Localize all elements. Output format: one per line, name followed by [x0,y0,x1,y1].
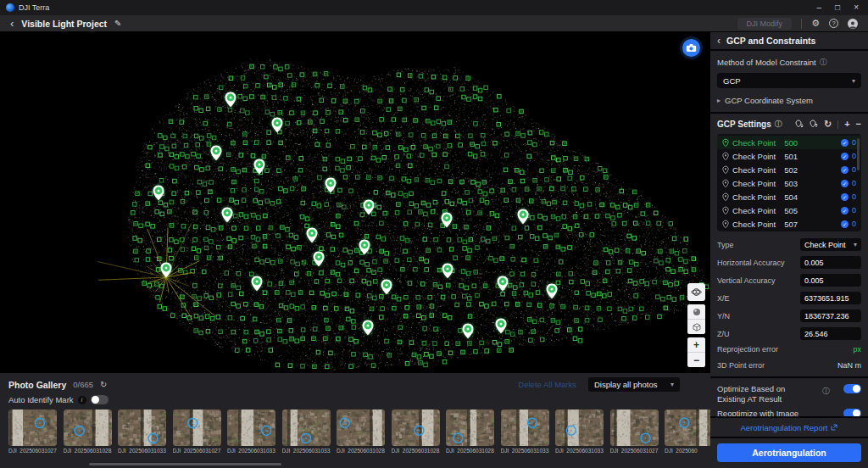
gcp-pin-marker[interactable] [546,283,558,299]
screenshot-camera-button[interactable] [682,39,700,57]
gcp-coordinate-system-expander[interactable]: ▸ GCP Coordinate System [717,96,861,105]
gcp-pin-marker[interactable] [253,159,265,175]
xe-label: X/E [717,294,730,303]
photo-thumbnail[interactable]: DJI_202506031033... [282,410,331,454]
minimize-button[interactable]: – [817,0,822,15]
method-select[interactable]: GCP ▾ [717,73,861,88]
remove-gcp-button[interactable]: − [856,120,861,129]
photo-filename: DJI_2025060 [665,448,710,454]
info-icon[interactable]: ⓘ [822,386,830,397]
user-avatar[interactable] [848,19,858,29]
photo-thumbnail[interactable]: DJI_202506031028... [446,410,494,454]
photo-filename: DJI_202506031033... [282,448,331,454]
photo-thumbnail[interactable]: DJI_202506031027... [173,410,221,454]
gcp-row-id: 504 [784,192,798,202]
info-icon[interactable]: ⓘ [775,119,782,130]
gcp-form: Type Check Point ▾ Horizontal Accuracy 0… [717,238,861,340]
gcp-list-row[interactable]: Check Point503✓0 [717,176,861,190]
photo-thumbnail[interactable]: DJI_202506031028... [64,410,112,454]
display-filter-dropdown[interactable]: Display all photos ▾ [588,377,680,392]
horizontal-accuracy-label: Horizontal Accuracy [717,259,785,267]
gcp-pin-marker[interactable] [442,263,453,279]
gcp-pin-marker[interactable] [271,117,283,133]
horizontal-accuracy-field[interactable]: 0.005 [800,256,861,269]
gcp-pin-marker[interactable] [359,239,370,255]
gcp-list-row[interactable]: Check Point501✓0 [717,149,861,163]
gallery-scrollbar[interactable] [89,463,281,465]
photo-image [337,410,385,446]
photo-thumbnail[interactable]: DJI_202506031033... [227,410,275,454]
gcp-pin-marker[interactable] [313,251,325,267]
gcp-pin-marker[interactable] [497,276,509,292]
chevron-down-icon: ▾ [852,77,855,85]
refresh-gcp-icon[interactable]: ↻ [824,120,832,129]
gcp-list-row[interactable]: Check Point507✓0 [717,217,861,231]
delete-all-marks-button[interactable]: Delete All Marks [518,380,576,389]
gcp-pin-marker[interactable] [153,185,164,201]
vertical-accuracy-field[interactable]: 0.005 [800,274,861,287]
zoom-in-button[interactable]: + [687,337,705,352]
settings-gear-icon[interactable]: ⚙ [811,18,820,29]
auto-identify-toggle[interactable] [91,395,108,404]
gcp-pin-marker[interactable] [462,323,474,339]
export-gcp-icon[interactable] [810,120,818,129]
photo-thumbnail[interactable]: DJI_202506031028... [337,410,385,454]
photo-thumbnail[interactable]: DJI_202506031027... [8,410,57,454]
coordinate-view-button[interactable] [687,283,705,301]
gcp-constraints-panel: ‹ GCP and Constraints Method of Model Co… [710,32,868,468]
gcp-pin-marker[interactable] [363,199,375,215]
gcp-pin-marker[interactable] [362,320,374,336]
photo-thumbnail[interactable]: DJI_202506031033... [555,410,604,454]
photo-thumbnail[interactable]: DJI_202506031033... [501,410,549,454]
photo-thumbnail[interactable]: DJI_202506031033... [118,410,166,454]
viewport[interactable]: + − [0,32,710,371]
xe-field[interactable]: 6373651.915 [800,292,861,304]
gcp-list-row[interactable]: Check Point500✓0 [717,136,861,149]
yn-field[interactable]: 1836737.236 [800,309,861,322]
gcp-pin-marker[interactable] [306,227,318,243]
info-icon[interactable]: i [78,396,86,404]
point-cloud-canvas [0,32,710,371]
zu-field[interactable]: 26.546 [800,327,861,340]
gcp-pin-marker[interactable] [441,212,453,228]
optimize-toggle[interactable] [843,384,861,393]
list-scrollbar[interactable] [857,138,860,170]
edit-project-name-icon[interactable]: ✎ [114,19,121,28]
help-icon[interactable]: ? [829,19,838,28]
add-gcp-button[interactable]: + [844,120,849,129]
maximize-button[interactable]: □ [835,0,840,15]
panel-back-button[interactable]: ‹ [717,35,721,47]
zoom-out-button[interactable]: − [687,353,705,367]
gcp-pin-marker[interactable] [225,92,236,108]
back-button[interactable]: ‹ [10,16,14,31]
gcp-pin-marker[interactable] [325,177,337,193]
gcp-list-row[interactable]: Check Point502✓0 [717,163,861,176]
photo-thumbnail[interactable]: DJI_202506031027... [610,410,659,454]
gcp-row-label: Check Point [732,220,776,229]
gcp-pin-icon [722,138,729,148]
info-icon[interactable]: ⓘ [820,57,827,68]
type-select[interactable]: Check Point ▾ [800,238,861,251]
photo-filename: DJI_202506031028... [392,448,440,454]
photo-thumbnail[interactable]: DJI_202506031028... [392,410,440,454]
photo-filename: DJI_202506031027... [8,448,57,454]
gallery-refresh-icon[interactable]: ↻ [100,380,107,389]
gcp-pin-marker[interactable] [210,145,222,161]
gcp-list-row[interactable]: Check Point504✓0 [717,190,861,203]
point-cloud-mode-button[interactable] [687,304,705,319]
aerotriangulation-report-link[interactable]: Aerotriangulation Report [741,423,828,432]
gcp-pin-marker[interactable] [221,207,233,223]
gcp-list-row[interactable]: Check Point505✓0 [717,203,861,217]
clipped-option-toggle[interactable] [843,409,861,416]
close-button[interactable]: × [854,0,859,15]
gcp-pin-marker[interactable] [495,318,507,334]
gcp-pin-marker[interactable] [381,279,392,295]
dji-modify-button[interactable]: DJI Modify [737,18,793,30]
gcp-pin-marker[interactable] [251,276,263,292]
gcp-pin-marker[interactable] [517,209,529,225]
photo-thumbnail[interactable]: DJI_2025060 [665,410,710,454]
import-gcp-icon[interactable] [795,120,804,129]
gcp-pin-marker-selected[interactable] [160,262,172,278]
model-mode-button[interactable] [687,320,705,334]
aerotriangulation-button[interactable]: Aerotriangulation [717,443,861,462]
